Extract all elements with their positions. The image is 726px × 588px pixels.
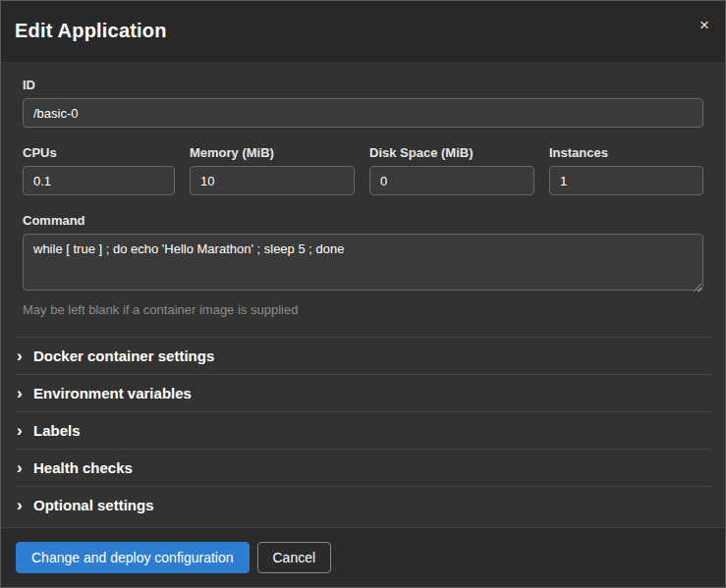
instances-input[interactable] (549, 166, 703, 195)
close-icon[interactable]: × (699, 17, 709, 33)
section-docker-container-settings[interactable]: › Docker container settings (15, 337, 711, 374)
disk-space-label: Disk Space (MiB) (369, 145, 534, 160)
command-label: Command (23, 213, 703, 228)
section-label: Environment variables (33, 385, 192, 401)
command-textarea-wrap: while [ true ] ; do echo 'Hello Marathon… (23, 234, 703, 294)
cpus-label: CPUs (23, 145, 175, 160)
section-label: Optional settings (33, 497, 154, 513)
section-label: Docker container settings (33, 347, 214, 364)
section-labels[interactable]: › Labels (15, 411, 711, 449)
memory-input[interactable] (190, 166, 355, 195)
application-form: ID CPUs Memory (MiB) Disk Space (MiB) In (1, 62, 725, 317)
command-field: Command while [ true ] ; do echo 'Hello … (23, 213, 703, 317)
instances-label: Instances (549, 145, 703, 160)
chevron-right-icon: › (17, 387, 33, 400)
section-health-checks[interactable]: › Health checks (15, 449, 711, 486)
cpus-field: CPUs (23, 145, 175, 195)
id-label: ID (23, 78, 703, 92)
chevron-right-icon: › (17, 424, 33, 437)
instances-field: Instances (549, 145, 703, 195)
chevron-right-icon: › (17, 499, 33, 511)
section-label: Labels (33, 422, 81, 439)
modal-title: Edit Application (15, 20, 167, 42)
section-optional-settings[interactable]: › Optional settings (15, 486, 711, 523)
id-field: ID (23, 78, 703, 128)
chevron-right-icon: › (17, 349, 33, 362)
command-help-text: May be left blank if a container image i… (23, 302, 703, 317)
edit-application-modal: Edit Application × ID CPUs Memory (MiB) … (0, 0, 726, 588)
section-label: Health checks (33, 459, 133, 476)
collapsible-sections: › Docker container settings › Environmen… (15, 337, 711, 523)
modal-footer: Change and deploy configuration Cancel (1, 527, 725, 587)
memory-label: Memory (MiB) (190, 145, 355, 160)
disk-space-field: Disk Space (MiB) (369, 145, 534, 195)
disk-space-input[interactable] (369, 166, 534, 195)
modal-body: ID CPUs Memory (MiB) Disk Space (MiB) In (1, 62, 725, 527)
resources-row: CPUs Memory (MiB) Disk Space (MiB) Insta… (23, 145, 703, 195)
section-environment-variables[interactable]: › Environment variables (15, 374, 711, 411)
change-and-deploy-button[interactable]: Change and deploy configuration (16, 542, 250, 573)
cancel-button[interactable]: Cancel (257, 542, 332, 573)
command-textarea[interactable]: while [ true ] ; do echo 'Hello Marathon… (23, 234, 703, 291)
modal-header: Edit Application × (1, 1, 725, 62)
chevron-right-icon: › (17, 461, 33, 474)
id-input[interactable] (23, 98, 703, 128)
cpus-input[interactable] (23, 166, 175, 195)
memory-field: Memory (MiB) (190, 145, 355, 195)
